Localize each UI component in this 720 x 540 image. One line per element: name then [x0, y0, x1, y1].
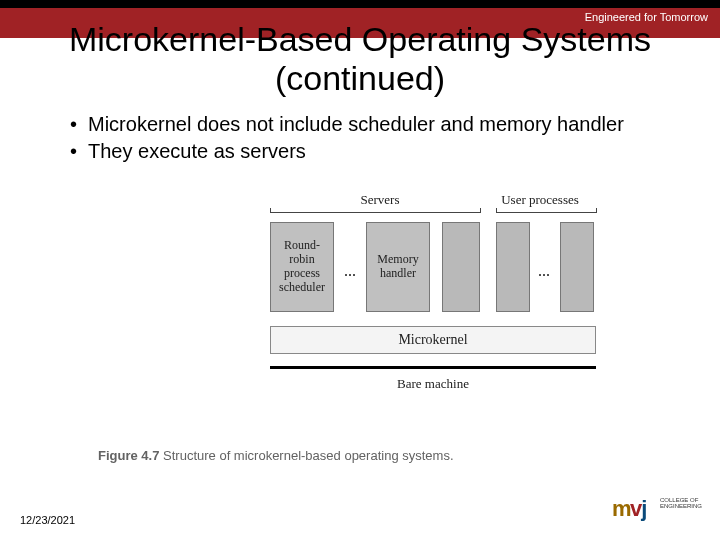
logo: m vj COLLEGE OF ENGINEERING: [612, 492, 702, 530]
diagram-label-user-processes: User processes: [490, 192, 590, 208]
diagram-brace-servers: [270, 212, 480, 213]
logo-letters-vj: vj: [630, 496, 646, 522]
diagram-box-memory: Memoryhandler: [366, 222, 430, 312]
figure-number: Figure 4.7: [98, 448, 159, 463]
bullet-list: Microkernel does not include scheduler a…: [70, 112, 650, 166]
diagram-box-server-blank: [442, 222, 480, 312]
diagram-separator: [270, 366, 596, 369]
diagram-box-scheduler: Round-robinprocessscheduler: [270, 222, 334, 312]
slide: Engineered for Tomorrow Microkernel-Base…: [0, 0, 720, 540]
diagram-ellipsis: ...: [344, 262, 356, 280]
logo-letter-v: v: [630, 496, 641, 521]
diagram: Servers User processes Round-robinproces…: [270, 192, 610, 422]
logo-letter-m: m: [612, 496, 631, 522]
bullet-item: They execute as servers: [70, 139, 650, 164]
diagram-ellipsis: ...: [538, 262, 550, 280]
logo-subtext: COLLEGE OF ENGINEERING: [660, 497, 702, 510]
diagram-brace-tick: [496, 208, 497, 213]
diagram-box-user-blank: [560, 222, 594, 312]
slide-title: Microkernel-Based Operating Systems (con…: [0, 20, 720, 98]
diagram-box-user-blank: [496, 222, 530, 312]
title-line1: Microkernel-Based Operating Systems: [69, 20, 651, 58]
diagram-brace-tick: [270, 208, 271, 213]
diagram-brace-tick: [480, 208, 481, 213]
title-line2: (continued): [0, 59, 720, 98]
diagram-brace-user: [496, 212, 596, 213]
diagram-box-microkernel: Microkernel: [270, 326, 596, 354]
bullet-item: Microkernel does not include scheduler a…: [70, 112, 650, 137]
diagram-label-servers: Servers: [330, 192, 430, 208]
diagram-label-bare-machine: Bare machine: [270, 376, 596, 392]
logo-letter-j: j: [641, 496, 646, 521]
header-black-bar: [0, 0, 720, 8]
figure-caption: Figure 4.7 Structure of microkernel-base…: [98, 448, 454, 463]
logo-subtext-line2: ENGINEERING: [660, 503, 702, 509]
footer-date: 12/23/2021: [20, 514, 75, 526]
figure-caption-text: Structure of microkernel-based operating…: [163, 448, 453, 463]
diagram-brace-tick: [596, 208, 597, 213]
